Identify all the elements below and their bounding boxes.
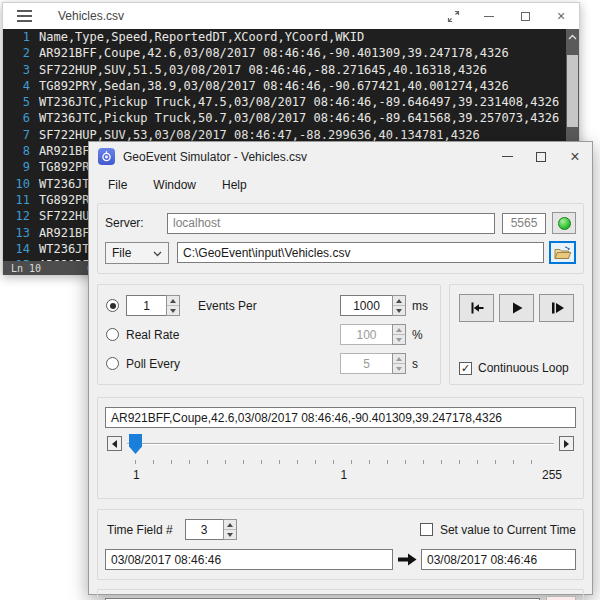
maximize-icon[interactable] — [507, 3, 543, 29]
interval-spinner[interactable]: 1000 — [340, 295, 406, 316]
real-rate-radio[interactable] — [106, 328, 119, 341]
line-number: 11 — [3, 192, 39, 208]
poll-every-radio[interactable] — [106, 357, 119, 370]
line-text: WT236JT — [39, 241, 90, 257]
slider-max-label: 255 — [542, 468, 562, 482]
scrollbar-up-icon[interactable] — [566, 29, 579, 45]
set-current-time-checkbox[interactable] — [420, 523, 433, 536]
editor-window-controls: × — [435, 3, 579, 29]
server-port-input[interactable]: 5565 — [502, 213, 546, 234]
connect-button[interactable] — [552, 212, 576, 234]
editor-line: 3SF722HUP,SUV,51.5,03/08/2017 08:46:46,-… — [3, 62, 579, 78]
line-text: SF722HUP,SUV,51.5,03/08/2017 08:46:46,-8… — [39, 62, 487, 78]
editor-titlebar: Vehicles.csv × — [3, 3, 579, 29]
play-icon — [510, 301, 524, 315]
transport-group: ✓ Continuous Loop — [449, 284, 584, 385]
line-text: WT236JT — [39, 176, 90, 192]
time-from-input[interactable]: 03/08/2017 08:46:46 — [105, 549, 393, 570]
hamburger-menu-icon[interactable] — [17, 10, 32, 22]
simulator-titlebar: GeoEvent Simulator - Vehicles.csv × — [89, 142, 592, 171]
event-count-spinner[interactable]: 1 — [126, 295, 180, 316]
poll-every-spinner: 5 — [340, 353, 406, 374]
line-text: TG892PR — [39, 192, 90, 208]
line-text: WT236JTC,Pickup Truck,47.5,03/08/2017 08… — [39, 94, 559, 110]
line-number: 14 — [3, 241, 39, 257]
close-icon[interactable]: × — [543, 3, 579, 29]
menu-file[interactable]: File — [95, 174, 140, 196]
fixed-rate-radio[interactable] — [106, 299, 119, 312]
spin-up-icon[interactable] — [224, 520, 236, 529]
time-to-input[interactable]: 03/08/2017 08:46:46 — [421, 549, 576, 570]
seconds-unit-label: s — [406, 357, 432, 371]
spin-down-icon[interactable] — [393, 305, 405, 315]
server-label: Server: — [105, 216, 167, 230]
real-rate-value: 100 — [340, 324, 392, 345]
slider-thumb[interactable] — [129, 434, 142, 454]
spin-up-icon[interactable] — [167, 296, 179, 305]
real-rate-label: Real Rate — [126, 328, 340, 342]
line-number: 8 — [3, 143, 39, 159]
interval-value[interactable]: 1000 — [340, 295, 392, 316]
play-button[interactable] — [499, 294, 534, 322]
slider-track[interactable] — [127, 443, 554, 445]
spin-up-icon[interactable] — [393, 296, 405, 305]
line-number: 15 — [3, 257, 39, 261]
continuous-loop-checkbox[interactable]: ✓ — [459, 362, 472, 375]
open-file-button[interactable] — [549, 241, 576, 264]
spin-down-icon[interactable] — [167, 305, 179, 315]
maximize-icon[interactable] — [524, 142, 558, 171]
minimize-icon[interactable] — [471, 3, 507, 29]
line-text: WT236JTC,Pickup Truck,50.7,03/08/2017 08… — [39, 110, 559, 126]
continuous-loop-label: Continuous Loop — [478, 361, 569, 375]
slider-ticks — [135, 460, 546, 464]
clear-button[interactable] — [546, 596, 576, 600]
line-number: 7 — [3, 127, 39, 143]
scrollbar-thumb[interactable] — [567, 55, 578, 127]
step-forward-icon — [549, 301, 565, 315]
events-per-label: Events Per — [180, 299, 340, 313]
editor-line: 4TG892PRY,Sedan,38.9,03/08/2017 08:46:46… — [3, 78, 579, 94]
progress-group — [97, 589, 584, 600]
slider-right-button[interactable] — [559, 436, 574, 451]
line-number: 2 — [3, 45, 39, 61]
cursor-line-indicator: Ln 10 — [11, 263, 41, 274]
line-number: 6 — [3, 110, 39, 126]
source-type-value: File — [112, 246, 131, 260]
line-text: AR921BF — [39, 225, 90, 241]
minimize-icon[interactable] — [490, 142, 524, 171]
time-field-group: Time Field # 3 Set value to Current Time… — [97, 509, 584, 580]
file-path-input[interactable]: C:\GeoEvent\input\Vehicles.csv — [177, 242, 544, 263]
menu-window[interactable]: Window — [140, 174, 209, 196]
line-text: AR921BF — [39, 257, 90, 261]
rate-group: 1 Events Per 1000 ms Real Rate 100 % Pol… — [97, 284, 441, 385]
line-number: 13 — [3, 225, 39, 241]
event-count-value[interactable]: 1 — [126, 295, 166, 316]
poll-every-value: 5 — [340, 353, 392, 374]
line-text: AR921BF — [39, 143, 90, 159]
close-icon[interactable]: × — [558, 142, 592, 171]
slider-left-button[interactable] — [107, 436, 122, 451]
chevron-down-icon — [153, 246, 162, 260]
server-host-input[interactable]: localhost — [167, 213, 495, 234]
percent-unit-label: % — [406, 328, 432, 342]
skip-to-start-button[interactable] — [459, 294, 494, 322]
spin-down-icon — [393, 363, 405, 373]
fullscreen-icon[interactable] — [435, 3, 471, 29]
spin-down-icon[interactable] — [224, 529, 236, 539]
current-event-input[interactable]: AR921BFF,Coupe,42.6,03/08/2017 08:46:46,… — [105, 407, 576, 428]
time-field-value[interactable]: 3 — [185, 519, 223, 540]
source-type-dropdown[interactable]: File — [105, 242, 169, 264]
spin-up-icon — [393, 354, 405, 363]
spin-up-icon — [393, 325, 405, 334]
menu-help[interactable]: Help — [209, 174, 260, 196]
connection-status-icon — [558, 217, 571, 230]
simulator-window-controls: × — [490, 142, 592, 171]
step-forward-button[interactable] — [539, 294, 574, 322]
arrow-right-icon — [397, 553, 417, 566]
time-field-spinner[interactable]: 3 — [185, 519, 237, 540]
geoevent-app-icon — [98, 148, 115, 165]
editor-window-title: Vehicles.csv — [58, 9, 124, 23]
rate-transport-row: 1 Events Per 1000 ms Real Rate 100 % Pol… — [97, 284, 584, 385]
skip-to-start-icon — [469, 301, 485, 315]
line-number: 1 — [3, 29, 39, 45]
